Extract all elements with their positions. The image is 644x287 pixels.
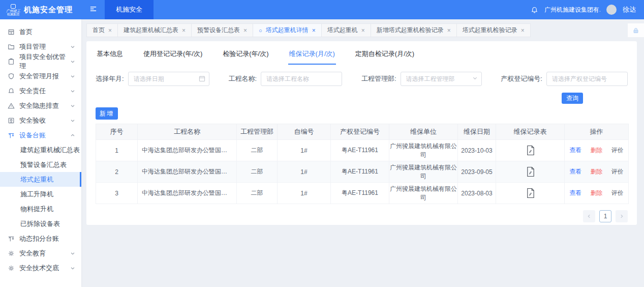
sidebar-collapse-button[interactable] — [81, 0, 105, 19]
view-link[interactable]: 查看 — [569, 147, 581, 154]
sidebar-item-monthly-report[interactable]: 安全管理月报 — [0, 69, 81, 83]
detail-tabs: 基本信息 使用登记记录(年/次) 检验记录(年/次) 维保记录(月/次) 定期自… — [96, 46, 628, 65]
close-icon[interactable]: × — [521, 27, 525, 34]
gear-icon — [8, 265, 15, 272]
evaluate-link[interactable]: 评价 — [611, 147, 624, 154]
page-tab-home[interactable]: 首页× — [86, 23, 118, 37]
page-tab-warning-summary[interactable]: 预警设备汇总表× — [192, 23, 253, 37]
main-content: 首页× 建筑起重机械汇总表× 预警设备汇总表× ○ 塔式起重机详情× 塔式起重机… — [81, 19, 644, 287]
cell-index: 1 — [96, 140, 138, 161]
reg-no-input[interactable] — [546, 72, 628, 86]
cell-selfno: 1# — [278, 161, 331, 183]
sidebar-subitem-tower-crane[interactable]: 塔式起重机 — [0, 172, 81, 187]
sidebar-item-label: 设备台账 — [19, 131, 46, 140]
sidebar-item-tech-disclosure[interactable]: 安全技术交底 — [0, 261, 81, 275]
add-button[interactable]: 新增 — [96, 107, 118, 120]
chevron-down-icon — [70, 251, 75, 256]
sidebar-item-score-ledger[interactable]: 动态扣分台账 — [0, 231, 81, 246]
calendar-icon — [199, 75, 205, 82]
sidebar-item-home[interactable]: 首页 — [0, 24, 81, 39]
sidebar-item-safety-acceptance[interactable]: 安全验收 — [0, 113, 81, 128]
notification-bell-icon[interactable] — [531, 6, 538, 14]
evaluate-link[interactable]: 评价 — [611, 168, 624, 175]
lock-icon[interactable] — [628, 23, 644, 37]
sidebar-item-label: 项目管理 — [19, 42, 46, 51]
detail-tab-self-check[interactable]: 定期自检记录(月/次) — [354, 46, 415, 65]
chevron-down-icon — [70, 44, 75, 49]
loading-icon: ○ — [259, 27, 262, 34]
delete-link[interactable]: 删除 — [591, 168, 603, 175]
sidebar-subitem-material-hoist[interactable]: 物料提升机 — [0, 202, 81, 216]
page-tab-tower-crane-detail[interactable]: ○ 塔式起重机详情× — [253, 23, 322, 37]
project-name-input[interactable] — [261, 72, 342, 86]
view-link[interactable]: 查看 — [569, 168, 581, 175]
close-icon[interactable]: × — [182, 27, 186, 34]
detail-tab-inspection[interactable]: 检验记录(年/次) — [222, 46, 269, 65]
sidebar-subitem-warning-equipment[interactable]: 预警设备汇总表 — [0, 157, 81, 172]
col-header-index: 序号 — [96, 124, 138, 140]
close-icon[interactable]: × — [361, 27, 365, 34]
col-header-project: 工程名称 — [138, 124, 237, 140]
score-ledger-icon — [8, 235, 15, 242]
sidebar-item-hazard-check[interactable]: 安全隐患排查 — [0, 98, 81, 113]
certificate-icon — [8, 117, 15, 124]
sidebar-item-safety-education[interactable]: 安全教育 — [0, 246, 81, 261]
pdf-file-icon[interactable] — [496, 183, 564, 204]
bell-icon — [8, 88, 15, 95]
sidebar-subitem-crane-summary[interactable]: 建筑起重机械汇总表 — [0, 142, 81, 157]
delete-link[interactable]: 删除 — [591, 189, 603, 196]
close-icon[interactable]: × — [312, 27, 316, 34]
tower-crane-icon — [8, 132, 15, 139]
sidebar-item-equipment-ledger[interactable]: 设备台账 — [0, 128, 81, 142]
close-icon[interactable]: × — [447, 27, 451, 34]
evaluate-link[interactable]: 评价 — [611, 189, 624, 196]
cell-index: 2 — [96, 161, 138, 183]
page-tab-crane-summary[interactable]: 建筑起重机械汇总表× — [118, 23, 192, 37]
month-picker-input[interactable] — [128, 72, 209, 86]
detail-tab-usage-register[interactable]: 使用登记记录(年/次) — [142, 46, 203, 65]
close-icon[interactable]: × — [108, 27, 112, 34]
detail-tab-maintenance[interactable]: 维保记录(月/次) — [288, 46, 336, 65]
topnav-item-jishi-anquan[interactable]: 机施安全 — [105, 0, 154, 19]
table-row: 1 中海达集团总部研发办公暨国家北斗产业... 二部 1# 粤AE-T11961… — [96, 140, 629, 161]
page-tab-new-inspection[interactable]: 新增塔式起重机检验记录× — [371, 23, 457, 37]
sidebar-item-label: 安全教育 — [19, 249, 46, 258]
org-name[interactable]: 广州机施建设集团有... — [544, 6, 600, 14]
cell-selfno: 1# — [278, 140, 331, 161]
pdf-file-icon[interactable] — [496, 140, 564, 161]
cell-regno: 粤AE-T11961 — [331, 183, 389, 204]
menu-fold-icon — [89, 5, 97, 14]
dept-select[interactable] — [401, 72, 482, 86]
page-tab-tower-crane[interactable]: 塔式起重机× — [322, 23, 371, 37]
pdf-file-icon[interactable] — [496, 161, 564, 182]
shield-icon — [8, 73, 15, 80]
close-icon[interactable]: × — [243, 27, 247, 34]
chevron-down-icon — [472, 75, 478, 81]
chevron-down-icon — [70, 89, 75, 94]
page-tab-inspection-record[interactable]: 塔式起重机检验记录× — [457, 23, 531, 37]
sidebar-subitem-construction-hoist[interactable]: 施工升降机 — [0, 187, 81, 202]
sidebar-item-safety-duty[interactable]: 安全责任 — [0, 83, 81, 98]
delete-link[interactable]: 删除 — [591, 147, 603, 154]
prev-page-button[interactable] — [583, 210, 595, 222]
table-row: 2 中海达集团总部研发办公暨国家北斗产业... 二部 1# 粤AE-T11961… — [96, 161, 629, 183]
filter-label-regno: 产权登记编号: — [501, 74, 542, 83]
sidebar-item-label: 安全责任 — [19, 87, 46, 96]
detail-tab-basic-info[interactable]: 基本信息 — [96, 46, 124, 65]
view-link[interactable]: 查看 — [569, 189, 581, 196]
user-name[interactable]: 徐达 — [623, 5, 636, 14]
col-header-selfno: 自编号 — [278, 124, 331, 140]
chevron-down-icon — [70, 118, 75, 123]
chevron-down-icon — [70, 103, 75, 108]
sidebar-item-label: 安全隐患排查 — [19, 101, 59, 110]
sidebar-subitem-removed-equipment[interactable]: 已拆除设备表 — [0, 216, 81, 231]
next-page-button[interactable] — [616, 210, 628, 222]
query-button[interactable]: 查询 — [562, 93, 583, 104]
col-header-dept: 工程管理部 — [237, 124, 278, 140]
sidebar-item-label: 项目安全创优管理 — [19, 52, 66, 71]
sidebar-item-safety-excellence[interactable]: 项目安全创优管理 — [0, 54, 81, 69]
detail-panel: 基本信息 使用登记记录(年/次) 检验记录(年/次) 维保记录(月/次) 定期自… — [86, 41, 637, 225]
user-avatar[interactable] — [606, 5, 617, 15]
cell-maint-date: 2023-08-03 — [458, 183, 496, 204]
page-number[interactable]: 1 — [599, 210, 611, 222]
